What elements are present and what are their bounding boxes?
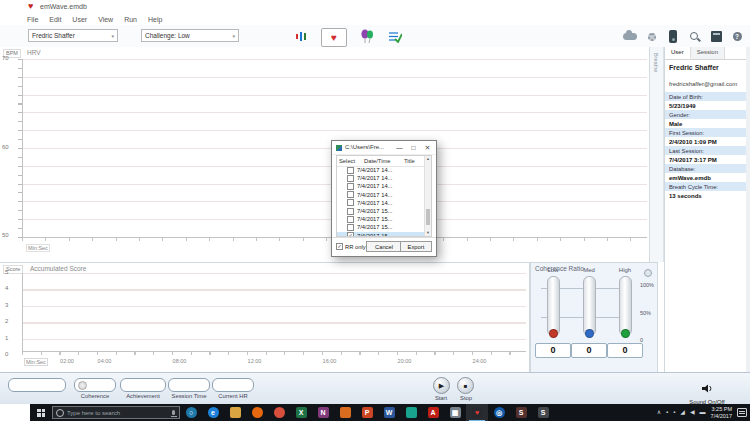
taskbar-clock[interactable]: 3:25 PM 7/4/2017 — [711, 406, 732, 419]
taskbar-chrome-icon[interactable] — [268, 404, 290, 421]
sensor-button[interactable] — [661, 28, 685, 45]
menu-item[interactable]: Edit — [48, 15, 62, 24]
row-datetime: 7/4/2017 14... — [357, 175, 392, 181]
tray-folder-icon[interactable]: ▪ — [673, 404, 675, 421]
breath-pacer: Breathe — [650, 47, 664, 262]
dialog-titlebar[interactable]: C:\Users\Fre... — □ ✕ — [332, 141, 436, 155]
sidebar-scrollbar[interactable] — [746, 47, 750, 372]
session-row[interactable]: 7/4/2017 14... — [337, 182, 424, 190]
session-row[interactable]: 7/4/2017 15... — [337, 215, 424, 223]
taskbar-word-icon[interactable]: W — [378, 404, 400, 421]
dialog-app-icon — [336, 145, 342, 151]
taskbar-search-input[interactable] — [67, 410, 169, 416]
help-button[interactable]: ? — [725, 28, 749, 45]
score-ytick: 2 — [5, 318, 17, 324]
menu-item[interactable]: File — [26, 15, 39, 24]
session-list: Select Date/Time Title 7/4/2017 14... 7/… — [336, 155, 432, 237]
keyboard-icon[interactable]: ▬ — [700, 404, 706, 421]
volume-icon[interactable]: ◀ — [690, 404, 695, 421]
user-dropdown[interactable]: Fredric Shaffer ▾ — [28, 29, 118, 42]
row-checkbox[interactable] — [347, 199, 354, 206]
rr-only-checkbox[interactable]: ✓ — [336, 243, 343, 250]
action-center-icon[interactable] — [737, 408, 747, 417]
gear-icon[interactable] — [644, 269, 652, 277]
menu-item[interactable]: Help — [147, 15, 163, 24]
balloon-game-button[interactable] — [355, 28, 379, 45]
tray-chevron-up-icon[interactable]: ∧ — [657, 404, 661, 421]
cloud-icon — [623, 33, 637, 40]
column-select[interactable]: Select — [337, 158, 364, 164]
session-row[interactable]: 7/4/2017 15... — [337, 207, 424, 215]
taskbar-search[interactable] — [52, 406, 180, 419]
taskbar-emwave-icon[interactable]: ♥ — [466, 404, 488, 421]
taskbar-powerpoint-icon[interactable]: P — [356, 404, 378, 421]
review-sessions-button[interactable] — [289, 28, 313, 45]
taskbar-defender-icon[interactable] — [400, 404, 422, 421]
minimize-button[interactable]: — — [393, 141, 406, 154]
scroll-up-icon[interactable]: ▲ — [425, 156, 431, 162]
menu-item[interactable]: View — [97, 15, 114, 24]
session-row[interactable]: 7/4/2017 15... — [337, 223, 424, 231]
sound-toggle[interactable]: Sound On/Off — [676, 379, 738, 405]
score-ytick: 1 — [5, 335, 17, 341]
session-row[interactable]: 7/4/2017 14... — [337, 199, 424, 207]
row-checkbox[interactable] — [347, 208, 354, 215]
row-checkbox[interactable] — [347, 216, 354, 223]
taskbar-app-s1-icon[interactable]: S — [510, 404, 532, 421]
scrollbar-thumb[interactable] — [426, 209, 430, 225]
maximize-button[interactable]: □ — [407, 141, 420, 154]
row-checkbox[interactable] — [347, 191, 354, 198]
close-icon[interactable]: ✕ — [421, 141, 434, 154]
taskbar-onenote-icon[interactable]: N — [312, 404, 334, 421]
row-checkbox[interactable] — [347, 183, 354, 190]
session-row[interactable]: 7/4/2017 14... — [337, 191, 424, 199]
taskbar-edge-icon[interactable]: e — [202, 404, 224, 421]
scroll-down-icon[interactable]: ▼ — [425, 230, 431, 236]
stop-button[interactable]: ■ — [457, 377, 474, 394]
user-field: Database: emWave.emdb — [665, 164, 750, 182]
taskbar-app-s2-icon[interactable]: S — [532, 404, 554, 421]
session-row[interactable]: 7/4/2017 14... — [337, 166, 424, 174]
taskbar-firefox-icon[interactable] — [246, 404, 268, 421]
taskbar-app-blue-icon[interactable]: ◎ — [488, 404, 510, 421]
row-checkbox[interactable] — [347, 167, 354, 174]
taskbar-cortana-icon[interactable]: ○ — [180, 404, 202, 421]
session-row[interactable]: 7/4/2017 14... — [337, 174, 424, 182]
network-icon[interactable]: ◢ — [680, 404, 685, 421]
sidebar-tab[interactable]: Session — [691, 47, 725, 59]
row-checkbox[interactable] — [347, 175, 354, 182]
coherence-gauge: Low 0 — [535, 267, 571, 370]
user-field: Breath Cycle Time: 13 seconds — [665, 182, 750, 200]
microphone-icon[interactable] — [172, 410, 175, 415]
session-review-list-button[interactable] — [383, 28, 407, 45]
taskbar-calculator-icon[interactable]: ▦ — [444, 404, 466, 421]
session-row[interactable]: ✓ 7/4/2017 15... — [337, 232, 424, 237]
gauge-tube — [547, 276, 560, 336]
taskbar-file-explorer-icon[interactable] — [224, 404, 246, 421]
column-datetime[interactable]: Date/Time — [364, 158, 404, 164]
cloud-sync-button[interactable] — [618, 28, 642, 45]
field-label: Gender: — [665, 110, 750, 119]
sidebar-tab[interactable]: User — [665, 47, 691, 59]
taskbar-acrobat-icon[interactable]: A — [422, 404, 444, 421]
gauge-label: Low — [547, 267, 558, 276]
export-button[interactable]: Export — [400, 241, 432, 252]
dialog-scrollbar[interactable]: ▲ ▼ — [424, 156, 431, 236]
start-menu-button[interactable] — [30, 404, 52, 421]
row-checkbox[interactable]: ✓ — [347, 232, 354, 236]
menu-item[interactable]: User — [71, 15, 88, 24]
menu-item[interactable]: Run — [123, 15, 138, 24]
hrv-y-axis: 706050 — [2, 55, 19, 238]
start-button[interactable]: ▶ — [433, 377, 450, 394]
cancel-button[interactable]: Cancel — [366, 241, 402, 252]
accumulated-score-chart: Score Accumulated Score 543210 Min:Sec02… — [0, 262, 530, 372]
rr-only-option[interactable]: ✓ RR only — [336, 243, 366, 250]
row-datetime: 7/4/2017 15... — [357, 233, 392, 236]
tray-app-icon[interactable]: ▪ — [666, 404, 668, 421]
metric-display: Session Time — [168, 373, 210, 405]
taskbar-office-app-icon[interactable] — [334, 404, 356, 421]
coherence-session-button[interactable]: ♥ — [321, 28, 347, 47]
taskbar-excel-icon[interactable]: X — [290, 404, 312, 421]
row-checkbox[interactable] — [347, 224, 354, 231]
challenge-dropdown[interactable]: Challenge: Low ▾ — [141, 29, 239, 42]
